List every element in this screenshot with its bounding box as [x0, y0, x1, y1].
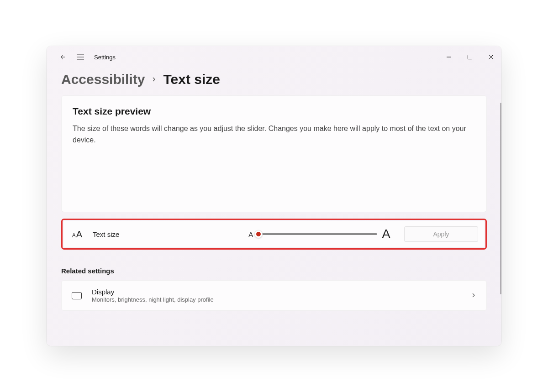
- hamburger-icon: [77, 54, 84, 60]
- scrollbar[interactable]: [500, 103, 501, 294]
- preview-heading: Text size preview: [73, 106, 475, 117]
- breadcrumb-parent[interactable]: Accessibility: [61, 72, 145, 87]
- chevron-right-icon: [151, 75, 157, 84]
- minimize-icon: [447, 55, 451, 59]
- apply-button[interactable]: Apply: [404, 226, 478, 242]
- preview-card: Text size preview The size of these word…: [61, 95, 487, 212]
- text-size-row: AA Text size A A Apply: [63, 221, 485, 247]
- highlight-annotation: AA Text size A A Apply: [61, 219, 487, 250]
- arrow-left-icon: [58, 53, 66, 61]
- chevron-right-icon: [471, 292, 476, 300]
- breadcrumb: Accessibility Text size: [47, 68, 501, 95]
- titlebar: Settings: [47, 46, 501, 68]
- minimize-button[interactable]: [438, 50, 459, 64]
- slider-group: A A: [248, 227, 390, 241]
- maximize-icon: [468, 55, 472, 59]
- related-title: Display: [92, 288, 214, 296]
- text-size-label: Text size: [93, 230, 119, 238]
- settings-window: Settings Accessibility Text size Text si…: [47, 46, 501, 346]
- menu-button[interactable]: [71, 48, 90, 66]
- breadcrumb-current: Text size: [163, 72, 220, 87]
- content-area: Text size preview The size of these word…: [47, 95, 501, 346]
- related-settings-heading: Related settings: [61, 267, 487, 275]
- close-button[interactable]: [480, 50, 501, 64]
- related-display-row[interactable]: Display Monitors, brightness, night ligh…: [61, 280, 487, 311]
- display-icon: [72, 292, 82, 299]
- text-size-icon: AA: [70, 229, 84, 240]
- maximize-button[interactable]: [459, 50, 480, 64]
- close-icon: [489, 55, 493, 59]
- svg-rect-4: [468, 55, 472, 59]
- slider-thumb[interactable]: [254, 230, 263, 238]
- related-subtitle: Monitors, brightness, night light, displ…: [92, 296, 214, 303]
- scale-max-label: A: [382, 227, 390, 241]
- window-title: Settings: [94, 54, 116, 61]
- back-button[interactable]: [53, 48, 71, 66]
- scale-min-label: A: [248, 230, 253, 238]
- preview-body: The size of these words will change as y…: [73, 123, 475, 146]
- window-controls: [438, 50, 501, 64]
- text-size-slider[interactable]: [258, 233, 377, 235]
- related-text: Display Monitors, brightness, night ligh…: [92, 288, 214, 303]
